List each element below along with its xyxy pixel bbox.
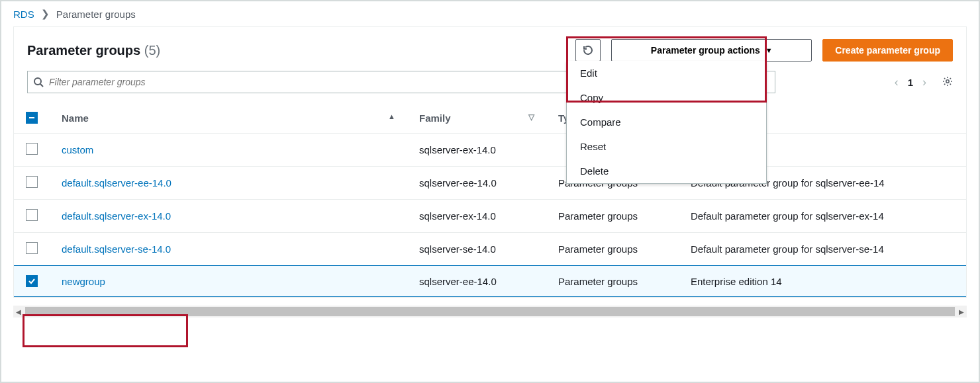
settings-button[interactable] <box>942 76 953 89</box>
dropdown-item-compare[interactable]: Compare <box>567 110 766 134</box>
select-all-checkbox[interactable] <box>26 112 38 124</box>
parameter-group-link[interactable]: default.sqlserver-se-14.0 <box>62 243 171 255</box>
sort-asc-icon: ▲ <box>388 112 395 120</box>
actions-label: Parameter group actions <box>651 45 760 56</box>
family-cell: sqlserver-ee-14.0 <box>407 266 546 297</box>
row-checkbox[interactable] <box>26 209 38 221</box>
breadcrumb-current: Parameter groups <box>56 9 136 20</box>
annotation-highlight-row <box>23 314 188 347</box>
table-row: default.sqlserver-se-14.0sqlserver-se-14… <box>14 233 966 266</box>
dropdown-item-reset[interactable]: Reset <box>567 134 766 159</box>
type-cell: Parameter groups <box>546 233 679 266</box>
family-cell: sqlserver-se-14.0 <box>407 233 546 266</box>
parameter-group-link[interactable]: default.sqlserver-ex-14.0 <box>62 210 171 222</box>
actions-dropdown: Edit Copy Compare Reset Delete <box>566 61 767 184</box>
caret-down-icon: ▼ <box>765 46 773 54</box>
refresh-button[interactable] <box>575 39 601 62</box>
breadcrumb-root[interactable]: RDS <box>13 9 34 20</box>
type-cell: Parameter groups <box>546 266 679 297</box>
description-cell: Default parameter group for sqlserver-ex… <box>679 200 966 233</box>
dropdown-item-delete[interactable]: Delete <box>567 159 766 183</box>
chevron-right-icon: ❯ <box>41 8 50 20</box>
parameter-groups-table: Name ▲ Family ▽ Type Description <box>14 103 966 297</box>
horizontal-scrollbar[interactable]: ◀ ▶ <box>13 306 967 318</box>
family-cell: sqlserver-ex-14.0 <box>407 200 546 233</box>
table-wrap: Name ▲ Family ▽ Type Description <box>14 103 966 297</box>
page-current: 1 <box>908 77 913 88</box>
type-cell: Parameter groups <box>546 200 679 233</box>
svg-rect-3 <box>29 117 34 118</box>
page-next[interactable]: › <box>922 75 926 89</box>
title-count: (5) <box>144 43 160 58</box>
page-title: Parameter groups (5) <box>27 43 160 58</box>
family-cell: sqlserver-ex-14.0 <box>407 134 546 167</box>
row-checkbox[interactable] <box>26 275 38 287</box>
svg-point-2 <box>946 79 949 82</box>
parameter-group-actions-button[interactable]: Parameter group actions ▼ <box>611 39 812 62</box>
dropdown-item-copy[interactable]: Copy <box>567 85 766 110</box>
parameter-group-link[interactable]: newgroup <box>62 276 105 287</box>
parameter-group-link[interactable]: custom <box>62 144 93 155</box>
table-row: customsqlserver-ex-14.0 <box>14 134 966 167</box>
description-cell: Enterprise edition 14 <box>679 266 966 297</box>
scrollbar-thumb[interactable] <box>25 307 955 316</box>
parameter-group-link[interactable]: default.sqlserver-ee-14.0 <box>62 177 172 189</box>
svg-point-0 <box>34 78 41 85</box>
row-checkbox[interactable] <box>26 176 38 188</box>
panel: Parameter groups (5) Parameter group act… <box>13 26 967 298</box>
gear-icon <box>942 76 953 87</box>
family-cell: sqlserver-ee-14.0 <box>407 167 546 200</box>
description-cell: Default parameter group for sqlserver-se… <box>679 233 966 266</box>
row-checkbox[interactable] <box>26 242 38 254</box>
dropdown-item-edit[interactable]: Edit <box>567 61 766 85</box>
search-icon <box>33 77 44 87</box>
svg-line-1 <box>40 84 43 87</box>
row-checkbox[interactable] <box>26 143 38 155</box>
panel-header: Parameter groups (5) Parameter group act… <box>14 39 966 71</box>
page-prev[interactable]: ‹ <box>895 75 899 89</box>
refresh-icon <box>583 45 593 56</box>
table-row: default.sqlserver-ex-14.0sqlserver-ex-14… <box>14 200 966 233</box>
filter-row: ‹ 1 › <box>14 71 966 103</box>
table-row: default.sqlserver-ee-14.0sqlserver-ee-14… <box>14 167 966 200</box>
breadcrumb: RDS ❯ Parameter groups <box>13 8 967 20</box>
sort-hint-icon: ▽ <box>528 112 534 122</box>
create-parameter-group-button[interactable]: Create parameter group <box>822 39 953 62</box>
pager: ‹ 1 › <box>895 75 953 89</box>
col-header-name[interactable]: Name ▲ <box>50 103 407 134</box>
title-text: Parameter groups <box>27 43 140 58</box>
col-header-family[interactable]: Family ▽ <box>407 103 546 134</box>
table-row: newgroupsqlserver-ee-14.0Parameter group… <box>14 266 966 297</box>
